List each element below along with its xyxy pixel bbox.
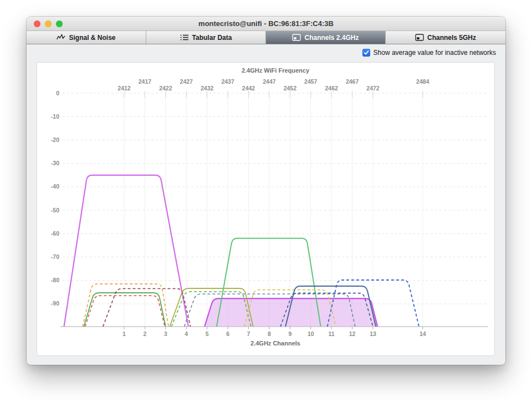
tab-signal-noise[interactable]: Signal & Noise bbox=[27, 31, 146, 44]
tab-label: Signal & Noise bbox=[69, 34, 115, 42]
svg-text:-70: -70 bbox=[51, 253, 59, 260]
window-controls bbox=[34, 21, 63, 27]
svg-text:2: 2 bbox=[143, 330, 146, 337]
svg-text:-50: -50 bbox=[51, 207, 59, 213]
svg-text:-80: -80 bbox=[51, 277, 59, 283]
tab-label: Channels 5GHz bbox=[427, 34, 476, 42]
svg-text:1: 1 bbox=[122, 330, 126, 337]
tab-label: Tabular Data bbox=[192, 34, 232, 42]
svg-text:-10: -10 bbox=[51, 113, 59, 120]
svg-text:14: 14 bbox=[420, 330, 426, 337]
svg-text:4: 4 bbox=[185, 330, 188, 337]
svg-text:-60: -60 bbox=[51, 230, 59, 237]
tab-label: Channels 2.4GHz bbox=[304, 34, 359, 42]
tab-channels-5ghz[interactable]: Channels 5GHz bbox=[386, 31, 505, 44]
svg-text:2432: 2432 bbox=[201, 85, 214, 91]
window-title: montecristo@unifi - BC:96:81:3F:C4:3B bbox=[27, 17, 505, 31]
svg-text:7: 7 bbox=[247, 330, 250, 337]
show-average-label: Show average value for inactive networks bbox=[374, 49, 496, 57]
svg-text:6: 6 bbox=[226, 330, 229, 337]
app-window: montecristo@unifi - BC:96:81:3F:C4:3B Si… bbox=[27, 17, 505, 365]
show-average-checkbox[interactable] bbox=[362, 49, 370, 57]
zoom-button[interactable] bbox=[56, 21, 63, 27]
list-icon bbox=[180, 34, 189, 41]
svg-text:2417: 2417 bbox=[139, 78, 152, 85]
panel-chart-icon bbox=[292, 34, 301, 41]
panel-chart-icon bbox=[415, 34, 424, 41]
svg-text:9: 9 bbox=[288, 330, 291, 337]
svg-text:2467: 2467 bbox=[346, 78, 359, 85]
chart-panel: 2.4GHz WiFi Frequency 0-10-20-30-40-50-6… bbox=[37, 62, 495, 356]
svg-text:2484: 2484 bbox=[416, 78, 429, 85]
svg-text:0: 0 bbox=[56, 90, 59, 96]
show-average-option: Show average value for inactive networks bbox=[362, 49, 496, 57]
svg-text:11: 11 bbox=[329, 330, 335, 337]
svg-text:2442: 2442 bbox=[242, 85, 255, 91]
signal-icon bbox=[57, 34, 65, 41]
svg-text:2437: 2437 bbox=[221, 78, 234, 85]
svg-text:2422: 2422 bbox=[159, 85, 172, 91]
chart-xlabel: 2.4GHz Channels bbox=[63, 340, 488, 347]
tab-tabular-data[interactable]: Tabular Data bbox=[146, 31, 266, 44]
svg-text:2457: 2457 bbox=[304, 78, 318, 85]
svg-text:8: 8 bbox=[268, 330, 271, 337]
content-area: Show average value for inactive networks… bbox=[27, 44, 505, 364]
svg-text:12: 12 bbox=[349, 330, 356, 337]
svg-text:-40: -40 bbox=[51, 183, 59, 190]
svg-text:-30: -30 bbox=[51, 160, 59, 166]
minimize-button[interactable] bbox=[45, 21, 52, 27]
svg-text:10: 10 bbox=[308, 330, 314, 337]
svg-text:3: 3 bbox=[164, 330, 167, 337]
svg-text:2447: 2447 bbox=[263, 78, 276, 85]
svg-text:2462: 2462 bbox=[325, 85, 338, 91]
svg-text:2427: 2427 bbox=[180, 78, 193, 85]
svg-text:2472: 2472 bbox=[366, 85, 380, 91]
svg-text:5: 5 bbox=[206, 330, 209, 337]
svg-text:13: 13 bbox=[370, 330, 376, 337]
tab-bar: Signal & Noise Tabular Data bbox=[27, 31, 505, 44]
title-bar[interactable]: montecristo@unifi - BC:96:81:3F:C4:3B bbox=[27, 17, 505, 31]
close-button[interactable] bbox=[34, 21, 40, 27]
channels-chart: 0-10-20-30-40-50-60-70-80-90241212417224… bbox=[37, 63, 495, 357]
svg-text:2452: 2452 bbox=[284, 85, 297, 91]
svg-text:2412: 2412 bbox=[117, 85, 131, 91]
svg-text:-20: -20 bbox=[51, 136, 59, 143]
svg-text:-90: -90 bbox=[51, 300, 59, 307]
tab-channels-24ghz[interactable]: Channels 2.4GHz bbox=[266, 31, 386, 44]
